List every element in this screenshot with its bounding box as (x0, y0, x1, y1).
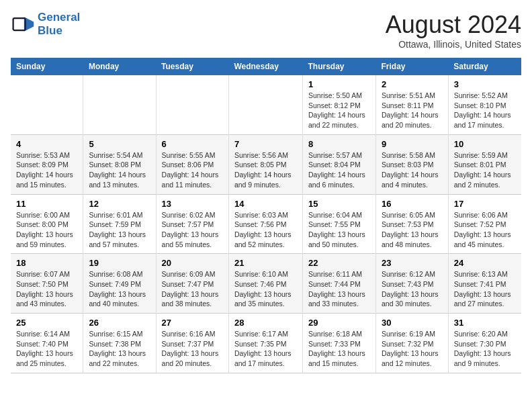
day-info: Sunrise: 6:02 AMSunset: 7:57 PMDaylight:… (162, 210, 223, 250)
day-info: Sunrise: 6:20 AMSunset: 7:30 PMDaylight:… (454, 329, 516, 369)
day-info: Sunrise: 6:08 AMSunset: 7:49 PMDaylight:… (89, 269, 150, 309)
day-number: 18 (16, 258, 77, 268)
calendar-cell (83, 75, 156, 134)
day-info: Sunrise: 6:06 AMSunset: 7:52 PMDaylight:… (454, 210, 516, 250)
calendar-cell: 7Sunrise: 5:56 AMSunset: 8:05 PMDaylight… (228, 134, 302, 194)
month-year-title: August 2024 (386, 11, 521, 39)
calendar-cell: 17Sunrise: 6:06 AMSunset: 7:52 PMDayligh… (448, 194, 521, 254)
day-info: Sunrise: 6:11 AMSunset: 7:44 PMDaylight:… (308, 269, 370, 309)
weekday-header: Friday (375, 58, 448, 75)
day-number: 16 (382, 199, 443, 209)
day-info: Sunrise: 6:09 AMSunset: 7:47 PMDaylight:… (162, 269, 223, 309)
logo-general: General (38, 11, 80, 24)
day-info: Sunrise: 6:01 AMSunset: 7:59 PMDaylight:… (89, 210, 150, 250)
day-number: 9 (382, 139, 443, 149)
day-info: Sunrise: 5:58 AMSunset: 8:03 PMDaylight:… (382, 150, 443, 190)
calendar-cell: 21Sunrise: 6:10 AMSunset: 7:46 PMDayligh… (228, 254, 302, 314)
weekday-header-row: SundayMondayTuesdayWednesdayThursdayFrid… (11, 58, 521, 75)
day-number: 3 (454, 79, 516, 89)
day-number: 4 (16, 139, 77, 149)
day-number: 29 (308, 318, 370, 328)
calendar-cell: 11Sunrise: 6:00 AMSunset: 8:00 PMDayligh… (11, 194, 83, 254)
day-number: 7 (234, 139, 297, 149)
calendar-cell: 9Sunrise: 5:58 AMSunset: 8:03 PMDaylight… (375, 134, 448, 194)
logo-blue: Blue (38, 24, 80, 38)
calendar-cell: 22Sunrise: 6:11 AMSunset: 7:44 PMDayligh… (303, 254, 376, 314)
day-info: Sunrise: 5:55 AMSunset: 8:06 PMDaylight:… (162, 150, 223, 190)
day-number: 31 (454, 318, 516, 328)
calendar-cell: 29Sunrise: 6:18 AMSunset: 7:33 PMDayligh… (303, 314, 376, 373)
logo-text: General Blue (38, 11, 80, 37)
day-number: 8 (308, 139, 370, 149)
day-info: Sunrise: 6:10 AMSunset: 7:46 PMDaylight:… (234, 269, 297, 309)
day-number: 12 (89, 199, 150, 209)
day-info: Sunrise: 6:19 AMSunset: 7:32 PMDaylight:… (382, 329, 443, 369)
weekday-header: Sunday (11, 58, 83, 75)
calendar-week-row: 4Sunrise: 5:53 AMSunset: 8:09 PMDaylight… (11, 134, 521, 194)
calendar-week-row: 25Sunrise: 6:14 AMSunset: 7:40 PMDayligh… (11, 314, 521, 373)
day-info: Sunrise: 5:50 AMSunset: 8:12 PMDaylight:… (308, 91, 370, 130)
day-number: 28 (234, 318, 297, 328)
page-header: General Blue August 2024 Ottawa, Illinoi… (11, 11, 521, 50)
day-number: 6 (162, 139, 223, 149)
day-info: Sunrise: 6:14 AMSunset: 7:40 PMDaylight:… (16, 329, 77, 369)
calendar-cell: 26Sunrise: 6:15 AMSunset: 7:38 PMDayligh… (83, 314, 156, 373)
day-number: 21 (234, 258, 297, 268)
calendar-cell: 24Sunrise: 6:13 AMSunset: 7:41 PMDayligh… (448, 254, 521, 314)
calendar-cell: 27Sunrise: 6:16 AMSunset: 7:37 PMDayligh… (156, 314, 228, 373)
calendar-cell: 10Sunrise: 5:59 AMSunset: 8:01 PMDayligh… (448, 134, 521, 194)
calendar-week-row: 18Sunrise: 6:07 AMSunset: 7:50 PMDayligh… (11, 254, 521, 314)
calendar-cell: 8Sunrise: 5:57 AMSunset: 8:04 PMDaylight… (303, 134, 376, 194)
calendar-cell: 16Sunrise: 6:05 AMSunset: 7:53 PMDayligh… (375, 194, 448, 254)
day-info: Sunrise: 6:12 AMSunset: 7:43 PMDaylight:… (382, 269, 443, 309)
weekday-header: Monday (83, 58, 156, 75)
day-info: Sunrise: 5:54 AMSunset: 8:08 PMDaylight:… (89, 150, 150, 190)
day-number: 2 (382, 79, 443, 89)
calendar-cell: 30Sunrise: 6:19 AMSunset: 7:32 PMDayligh… (375, 314, 448, 373)
day-number: 10 (454, 139, 516, 149)
day-number: 19 (89, 258, 150, 268)
calendar-cell: 20Sunrise: 6:09 AMSunset: 7:47 PMDayligh… (156, 254, 228, 314)
calendar-cell: 31Sunrise: 6:20 AMSunset: 7:30 PMDayligh… (448, 314, 521, 373)
day-number: 26 (89, 318, 150, 328)
calendar-cell: 1Sunrise: 5:50 AMSunset: 8:12 PMDaylight… (303, 75, 376, 134)
calendar-cell: 19Sunrise: 6:08 AMSunset: 7:49 PMDayligh… (83, 254, 156, 314)
calendar-cell (228, 75, 302, 134)
day-number: 14 (234, 199, 297, 209)
day-number: 11 (16, 199, 77, 209)
calendar-cell: 5Sunrise: 5:54 AMSunset: 8:08 PMDaylight… (83, 134, 156, 194)
day-info: Sunrise: 5:59 AMSunset: 8:01 PMDaylight:… (454, 150, 516, 190)
day-number: 25 (16, 318, 77, 328)
day-info: Sunrise: 5:57 AMSunset: 8:04 PMDaylight:… (308, 150, 370, 190)
day-info: Sunrise: 5:51 AMSunset: 8:11 PMDaylight:… (382, 91, 443, 130)
calendar-cell: 15Sunrise: 6:04 AMSunset: 7:55 PMDayligh… (303, 194, 376, 254)
day-number: 17 (454, 199, 516, 209)
calendar-cell: 4Sunrise: 5:53 AMSunset: 8:09 PMDaylight… (11, 134, 83, 194)
day-number: 5 (89, 139, 150, 149)
calendar-cell (11, 75, 83, 134)
weekday-header: Tuesday (156, 58, 228, 75)
day-info: Sunrise: 6:04 AMSunset: 7:55 PMDaylight:… (308, 210, 370, 250)
day-number: 30 (382, 318, 443, 328)
weekday-header: Thursday (303, 58, 376, 75)
day-info: Sunrise: 6:15 AMSunset: 7:38 PMDaylight:… (89, 329, 150, 369)
logo: General Blue (11, 11, 80, 37)
day-info: Sunrise: 6:13 AMSunset: 7:41 PMDaylight:… (454, 269, 516, 309)
title-area: August 2024 Ottawa, Illinois, United Sta… (386, 11, 521, 50)
day-number: 24 (454, 258, 516, 268)
day-number: 22 (308, 258, 370, 268)
weekday-header: Wednesday (228, 58, 302, 75)
day-info: Sunrise: 6:03 AMSunset: 7:56 PMDaylight:… (234, 210, 297, 250)
logo-icon (11, 12, 35, 36)
calendar-cell: 3Sunrise: 5:52 AMSunset: 8:10 PMDaylight… (448, 75, 521, 134)
day-info: Sunrise: 6:05 AMSunset: 7:53 PMDaylight:… (382, 210, 443, 250)
day-info: Sunrise: 6:17 AMSunset: 7:35 PMDaylight:… (234, 329, 297, 369)
calendar-week-row: 1Sunrise: 5:50 AMSunset: 8:12 PMDaylight… (11, 75, 521, 134)
day-number: 20 (162, 258, 223, 268)
calendar-cell: 25Sunrise: 6:14 AMSunset: 7:40 PMDayligh… (11, 314, 83, 373)
day-info: Sunrise: 6:00 AMSunset: 8:00 PMDaylight:… (16, 210, 77, 250)
calendar-cell: 28Sunrise: 6:17 AMSunset: 7:35 PMDayligh… (228, 314, 302, 373)
weekday-header: Saturday (448, 58, 521, 75)
day-info: Sunrise: 6:07 AMSunset: 7:50 PMDaylight:… (16, 269, 77, 309)
calendar-cell: 2Sunrise: 5:51 AMSunset: 8:11 PMDaylight… (375, 75, 448, 134)
